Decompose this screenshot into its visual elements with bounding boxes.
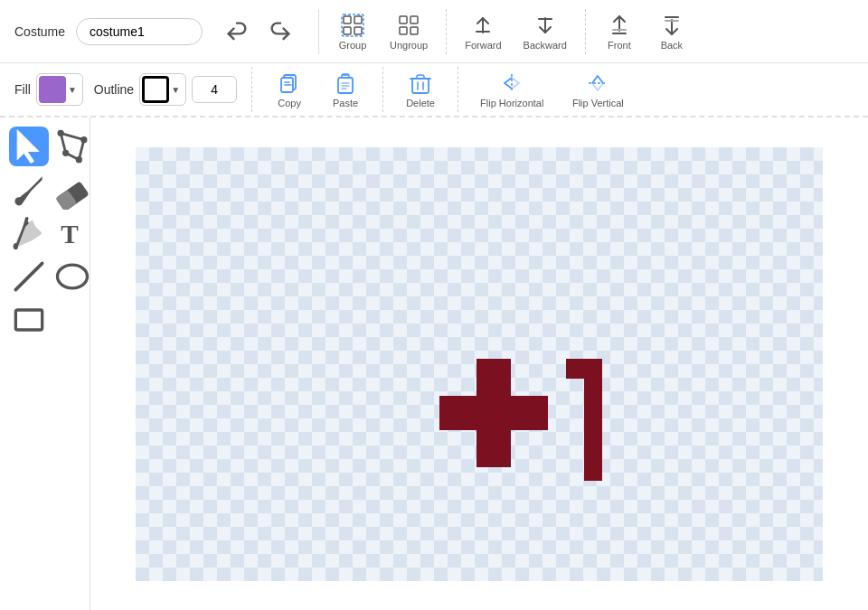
fill-chevron-icon: ▼ (68, 85, 77, 95)
drawing-canvas[interactable] (136, 147, 823, 581)
fill-color-button[interactable]: ▼ (36, 73, 83, 106)
backward-button[interactable]: Backward (516, 9, 574, 54)
svg-rect-10 (538, 18, 552, 20)
group-label: Group (339, 40, 367, 51)
ungroup-label: Ungroup (390, 40, 428, 51)
outline-chevron-icon: ▼ (171, 85, 180, 95)
select-tool-button[interactable] (9, 127, 49, 166)
undo-button[interactable] (217, 15, 257, 48)
svg-rect-9 (476, 31, 490, 33)
delete-icon (408, 70, 433, 96)
forward-icon (470, 13, 495, 38)
text-tool-icon: T (52, 213, 92, 253)
main-area: T (0, 117, 868, 610)
svg-rect-12 (612, 29, 627, 31)
svg-rect-7 (400, 27, 407, 34)
outline-color-button[interactable]: ▼ (139, 73, 186, 106)
redo-button[interactable] (260, 15, 300, 48)
svg-rect-4 (342, 14, 363, 36)
group-icon (340, 13, 365, 38)
text-tool-button[interactable]: T (52, 213, 92, 253)
delete-button[interactable]: Delete (398, 67, 443, 112)
svg-point-28 (76, 156, 82, 163)
svg-rect-14 (665, 20, 679, 22)
svg-rect-18 (412, 79, 429, 93)
svg-rect-13 (665, 16, 679, 18)
backward-label: Backward (524, 40, 567, 51)
svg-point-27 (80, 136, 87, 143)
separator5 (458, 67, 458, 112)
svg-rect-6 (410, 16, 418, 23)
front-button[interactable]: Front (597, 9, 642, 54)
flip-horizontal-icon (499, 70, 524, 96)
svg-text:T: T (61, 220, 79, 249)
fill-section: Fill ▼ (14, 73, 83, 106)
outline-label: Outline (94, 82, 134, 97)
svg-rect-11 (612, 33, 627, 34)
group-button[interactable]: Group (330, 9, 375, 54)
toolbox: T (0, 117, 90, 610)
svg-rect-36 (15, 310, 42, 330)
divider1 (318, 9, 319, 54)
svg-point-35 (58, 265, 88, 288)
copy-button[interactable]: Copy (267, 67, 312, 112)
paste-label: Paste (333, 98, 358, 108)
ungroup-button[interactable]: Ungroup (382, 9, 435, 54)
toolbar-row2: Fill ▼ Outline ▼ Copy Paste (0, 63, 868, 117)
svg-rect-1 (354, 16, 362, 23)
copy-icon (277, 70, 302, 96)
front-label: Front (608, 40, 631, 51)
flip-vertical-label: Flip Vertical (572, 98, 624, 108)
ellipse-tool-button[interactable] (52, 257, 92, 296)
separator4 (382, 67, 383, 112)
undo-icon (224, 19, 250, 44)
fill-tool-button[interactable] (9, 213, 49, 253)
svg-marker-24 (17, 130, 39, 164)
costume-name-input[interactable] (76, 18, 203, 45)
toolbar-row1: Costume Group (0, 0, 868, 63)
rect-tool-button[interactable] (9, 300, 49, 340)
paste-icon (333, 70, 358, 96)
svg-rect-5 (400, 16, 407, 23)
costume-label: Costume (14, 24, 65, 39)
svg-rect-38 (476, 359, 511, 467)
rect-tool-icon (9, 300, 49, 340)
eraser-tool-button[interactable] (52, 170, 92, 210)
svg-rect-8 (410, 27, 418, 34)
flip-vertical-icon (585, 70, 610, 96)
copy-label: Copy (278, 98, 301, 108)
brush-tool-button[interactable] (9, 170, 49, 210)
svg-rect-3 (354, 27, 362, 34)
svg-point-29 (62, 150, 69, 156)
svg-rect-2 (344, 27, 351, 34)
select-tool-icon (9, 127, 49, 166)
forward-label: Forward (465, 40, 501, 51)
front-icon (607, 13, 632, 38)
svg-rect-40 (584, 359, 602, 481)
line-tool-button[interactable] (9, 257, 49, 296)
ungroup-icon (396, 13, 421, 38)
canvas-area[interactable] (90, 117, 868, 610)
fill-label: Fill (14, 82, 31, 97)
delete-label: Delete (406, 98, 435, 108)
outline-size-input[interactable] (192, 76, 237, 103)
paste-button[interactable]: Paste (323, 67, 368, 112)
undo-redo-group (217, 15, 300, 48)
flip-horizontal-button[interactable]: Flip Horizontal (473, 67, 551, 112)
fill-tool-icon (9, 213, 49, 253)
flip-vertical-button[interactable]: Flip Vertical (561, 67, 634, 112)
svg-line-34 (15, 263, 42, 289)
line-tool-icon (9, 257, 49, 296)
backward-icon (533, 13, 558, 38)
separator3 (251, 67, 252, 112)
forward-button[interactable]: Forward (458, 9, 508, 54)
back-button[interactable]: Back (649, 9, 694, 54)
redo-icon (268, 19, 293, 44)
reshape-tool-button[interactable] (52, 127, 92, 166)
eraser-tool-icon (52, 170, 92, 210)
separator1 (446, 9, 447, 54)
back-label: Back (661, 40, 683, 51)
fill-color-swatch (39, 76, 66, 103)
flip-horizontal-label: Flip Horizontal (480, 98, 543, 108)
outline-section: Outline ▼ (94, 73, 237, 106)
